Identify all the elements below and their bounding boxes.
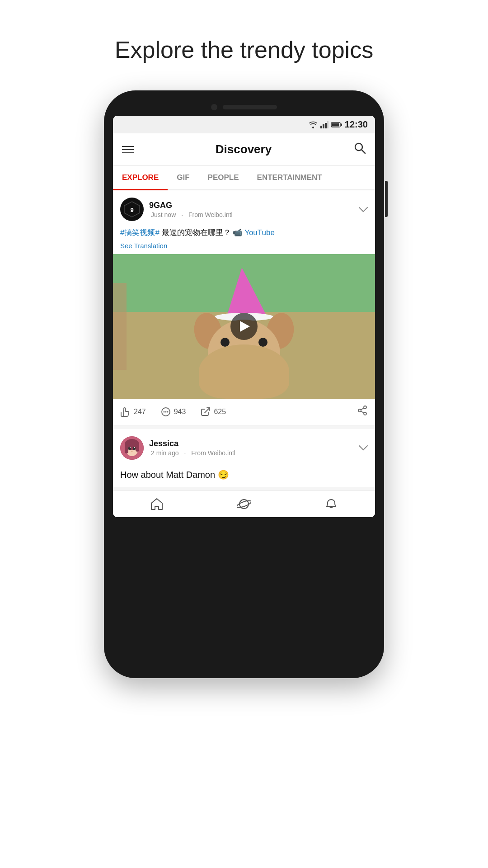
svg-line-16 [205,408,210,413]
meta-separator-1: · [181,211,185,218]
post-author-meta-2: Jessica 2 min ago · From Weibo.intl [149,439,237,457]
party-hat [221,266,266,319]
like-count: 247 [134,408,146,416]
comment-button[interactable]: 943 [160,406,186,417]
repost-button[interactable]: 625 [200,406,226,417]
like-button[interactable]: 247 [120,406,146,417]
svg-rect-26 [136,444,139,452]
share-button[interactable] [357,405,368,419]
wifi-icon [309,121,318,128]
home-icon [150,497,164,511]
author-name-2: Jessica [149,439,237,448]
hamburger-button[interactable] [122,146,134,153]
svg-point-14 [165,411,166,412]
signal-icon [320,121,328,128]
tabs-row: EXPLORE GIF PEOPLE ENTERTAINMENT [113,166,375,190]
post-body-text: 最逗的宠物在哪里？ [162,228,233,237]
brick-wall [113,283,127,370]
meta-separator-2: · [184,449,188,457]
youtube-icon: 📹 [233,228,242,237]
nav-notifications[interactable] [324,497,338,511]
phone-frame: 12:30 Discovery EXPLORE GIF PEOPLE E [104,90,384,678]
search-icon [353,142,366,154]
phone-top-bar [113,104,375,110]
jessica-avatar-svg [120,436,144,460]
hamburger-line-1 [122,146,134,147]
app-title: Discovery [216,142,272,156]
tab-people[interactable]: PEOPLE [199,166,248,189]
phone-screen: 12:30 Discovery EXPLORE GIF PEOPLE E [113,116,375,517]
tab-explore[interactable]: EXPLORE [113,166,168,189]
svg-line-20 [361,411,364,413]
chevron-down-2[interactable] [359,443,368,453]
hamburger-line-2 [122,149,134,150]
comment-icon [160,406,171,417]
svg-rect-2 [325,123,327,128]
svg-rect-6 [341,123,342,126]
jessica-post-text: How about Matt Damon 😏 [113,464,375,487]
avatar-9gag: 9 [120,198,144,221]
avatar-jessica [120,436,144,460]
svg-text:9: 9 [130,207,133,213]
svg-point-31 [131,451,133,452]
thumbs-up-icon [120,406,131,417]
svg-point-13 [163,411,164,412]
tab-gif[interactable]: GIF [168,166,198,189]
svg-rect-5 [332,123,339,126]
share-icon [357,405,368,416]
play-button[interactable] [230,313,258,340]
svg-line-21 [361,408,364,410]
battery-icon [331,122,342,128]
status-bar: 12:30 [113,116,375,133]
dog-body [199,344,289,399]
post-card-1: 9 9GAG Just now · From Weibo.intl [113,190,375,425]
dog-eye-right [258,338,267,347]
9gag-logo: 9 [123,201,141,218]
post-author-info-1: 9 9GAG Just now · From Weibo.intl [120,198,235,221]
dog-eye-left [221,338,230,347]
app-header: Discovery [113,133,375,166]
svg-rect-1 [323,124,324,128]
phone-camera [211,104,217,110]
svg-point-17 [364,406,366,409]
status-bar-icons: 12:30 [309,119,368,130]
svg-point-18 [358,409,361,412]
svg-point-29 [130,447,131,448]
post-time-1: Just now [151,211,176,218]
action-bar-1: 247 943 625 [113,399,375,425]
bell-icon [324,497,338,511]
see-translation-1[interactable]: See Translation [113,242,375,254]
hamburger-line-3 [122,152,134,153]
post-card-2: Jessica 2 min ago · From Weibo.intl How … [113,429,375,487]
play-triangle-icon [240,321,250,332]
chevron-down-1[interactable] [359,204,368,215]
nav-home[interactable] [150,497,164,511]
post-header-1: 9 9GAG Just now · From Weibo.intl [113,190,375,226]
post-header-2: Jessica 2 min ago · From Weibo.intl [113,429,375,464]
svg-rect-3 [327,121,328,128]
svg-point-19 [364,412,366,415]
phone-side-button [385,181,388,217]
author-meta-2: 2 min ago · From Weibo.intl [149,449,237,457]
author-name-1: 9GAG [149,201,235,210]
repost-count: 625 [214,408,226,416]
hashtag-link[interactable]: #搞笑视频# [120,228,160,237]
post-time-2: 2 min ago [151,449,178,457]
status-time: 12:30 [345,119,368,130]
post-image-1[interactable] [113,254,375,399]
bottom-nav [113,491,375,517]
search-button[interactable] [353,142,366,157]
nav-discover[interactable] [237,497,251,511]
svg-point-15 [167,411,168,412]
svg-rect-0 [320,126,322,128]
post-author-meta-1: 9GAG Just now · From Weibo.intl [149,201,235,218]
phone-speaker [223,105,277,109]
tab-entertainment[interactable]: ENTERTAINMENT [248,166,331,189]
youtube-link[interactable]: YouTube [244,228,275,237]
svg-line-8 [361,150,365,153]
comment-count: 943 [174,408,186,416]
svg-point-28 [133,447,136,450]
post-source-1: From Weibo.intl [188,211,233,218]
post-author-info-2: Jessica 2 min ago · From Weibo.intl [120,436,237,460]
post-text-1: #搞笑视频# 最逗的宠物在哪里？ 📹 YouTube [113,226,375,242]
